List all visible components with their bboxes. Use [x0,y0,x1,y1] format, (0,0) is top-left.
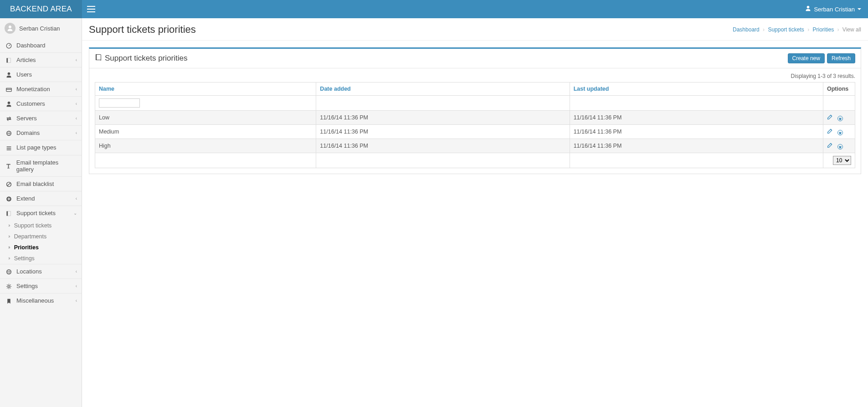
sidebar-item-servers[interactable]: Servers‹ [0,111,82,125]
sidebar-item-label: Support tickets [16,210,56,216]
breadcrumb-priorities[interactable]: Priorities [812,26,834,33]
card-icon [5,86,13,93]
sidebar-subitem-settings[interactable]: ››Settings [0,253,82,264]
sidebar-subitem-priorities[interactable]: ››Priorities [0,242,82,253]
sidebar-item-locations[interactable]: Locations‹ [0,264,82,278]
delete-button[interactable] [837,143,843,149]
globe-icon [5,268,13,275]
user-menu[interactable]: Serban Cristian [798,0,868,18]
cell-date-added: 11/16/14 11:36 PM [316,125,570,139]
edit-button[interactable] [827,142,833,149]
content-header: Support tickets priorities Dashboard › S… [82,18,868,41]
delete-button[interactable] [837,114,843,121]
breadcrumb-sep: › [807,26,809,33]
user-icon [5,100,13,107]
col-name[interactable]: Name [95,82,316,96]
sidebar-item-settings[interactable]: Settings‹ [0,278,82,293]
chevron-left-icon: ‹ [76,298,77,303]
panel-title: Support tickets priorities [105,54,187,63]
sidebar-item-customers[interactable]: Customers‹ [0,96,82,111]
cog-icon [5,283,13,289]
dashboard-icon [5,42,13,49]
list-icon [5,144,13,151]
sidebar-item-email-templates-gallery[interactable]: Email templates gallery [0,155,82,176]
edit-button[interactable] [827,128,833,135]
sidebar-subitem-label: Support tickets [14,222,52,229]
sidebar-subitem-support-tickets[interactable]: ››Support tickets [0,220,82,231]
cell-date-added: 11/16/14 11:36 PM [316,139,570,153]
svg-rect-15 [6,211,7,216]
delete-button[interactable] [837,129,843,135]
chevron-down-icon: ⌄ [73,211,77,216]
sidebar-item-label: Servers [16,115,37,122]
chevron-left-icon: ‹ [76,57,77,62]
main: Support tickets priorities Dashboard › S… [82,18,868,407]
edit-button[interactable] [827,114,833,121]
chevron-double-icon: ›› [8,234,10,239]
sidebar-item-label: Settings [16,283,38,289]
sidebar-item-label: List page types [16,144,56,151]
col-last-updated[interactable]: Last updated [570,82,823,96]
sidebar-item-label: Articles [16,57,36,63]
avatar [5,23,15,34]
filter-options [823,96,855,111]
sidebar-item-label: Email templates gallery [16,159,77,173]
breadcrumb: Dashboard › Support tickets › Priorities… [733,26,861,33]
sidebar-item-extend[interactable]: Extend‹ [0,191,82,206]
filter-name-input[interactable] [99,98,140,108]
sidebar-item-dashboard[interactable]: Dashboard [0,38,82,52]
text-icon [5,162,13,169]
book-icon [5,57,13,63]
page-size-select[interactable]: 10 [833,156,851,165]
sidebar-item-label: Email blacklist [16,180,54,187]
chevron-left-icon: ‹ [76,283,77,289]
user-name: Serban Cristian [814,6,855,13]
priorities-table: Name Date added Last updated Options [95,82,855,168]
breadcrumb-dashboard[interactable]: Dashboard [733,26,760,33]
circle-x-icon [837,144,843,149]
svg-rect-5 [6,88,11,92]
sidebar-subitem-label: Settings [14,255,35,262]
sidebar-item-users[interactable]: Users [0,67,82,82]
cell-name: Medium [95,125,316,139]
sidebar-item-domains[interactable]: Domains‹ [0,125,82,140]
col-date-added[interactable]: Date added [316,82,570,96]
sidebar: Serban Cristian DashboardArticles‹UsersM… [0,18,82,407]
page-title: Support tickets priorities [89,24,196,36]
breadcrumb-support-tickets[interactable]: Support tickets [768,26,804,33]
transfer-icon [5,115,13,122]
sidebar-item-list-page-types[interactable]: List page types [0,140,82,155]
user-icon [805,5,811,13]
create-new-button[interactable]: Create new [788,53,825,63]
plus-icon [5,195,13,202]
sidebar-item-email-blacklist[interactable]: Email blacklist [0,176,82,191]
results-summary: Displaying 1-3 of 3 results. [95,73,855,79]
chevron-left-icon: ‹ [76,101,77,106]
sidebar-item-miscellaneous[interactable]: Miscellaneous‹ [0,293,82,308]
sidebar-subitem-label: Departments [14,233,47,240]
chevron-left-icon: ‹ [76,130,77,135]
breadcrumb-viewall: View all [842,26,861,33]
sidebar-item-label: Miscellaneous [16,297,54,304]
breadcrumb-sep: › [763,26,765,33]
sidebar-item-monetization[interactable]: Monetization‹ [0,82,82,96]
filter-date-added [316,96,570,111]
circle-x-icon [837,130,843,135]
topbar-spacer [100,0,798,18]
cell-last-updated: 11/16/14 11:36 PM [570,111,823,125]
ban-icon [5,180,13,187]
hamburger-icon [87,9,95,10]
book-icon [5,210,13,216]
sidebar-item-label: Dashboard [16,42,46,49]
menu-toggle-button[interactable] [82,0,100,18]
chevron-left-icon: ‹ [76,196,77,201]
sidebar-profile[interactable]: Serban Cristian [0,18,82,38]
sidebar-subitem-departments[interactable]: ››Departments [0,231,82,242]
brand[interactable]: BACKEND AREA [0,0,82,18]
bookmark-icon [5,297,13,304]
col-options: Options [823,82,855,96]
sidebar-item-articles[interactable]: Articles‹ [0,52,82,67]
refresh-button[interactable]: Refresh [827,53,855,63]
sidebar-item-support-tickets[interactable]: Support tickets⌄ [0,206,82,220]
table-row: High11/16/14 11:36 PM11/16/14 11:36 PM [95,139,855,153]
